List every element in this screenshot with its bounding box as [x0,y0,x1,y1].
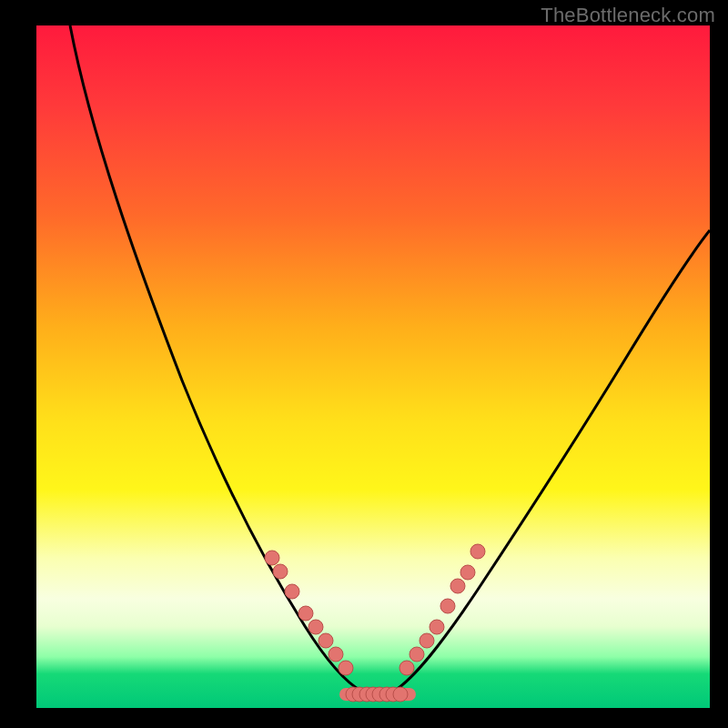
marker-dot [298,606,313,621]
valley-marker-cluster [346,687,408,702]
chart-frame: TheBottleneck.com [0,0,728,728]
marker-dot [440,599,455,613]
curve-svg [36,25,710,708]
right-marker-cluster [399,544,485,675]
marker-dot [460,565,475,580]
plot-area [36,25,710,708]
watermark-text: TheBottleneck.com [541,4,715,27]
marker-dot [450,579,465,593]
marker-dot [410,647,424,662]
marker-dot [339,661,353,675]
marker-dot [273,564,288,579]
marker-dot [393,687,408,702]
marker-dot [318,633,333,648]
marker-dot [420,633,434,648]
marker-dot [285,584,299,599]
marker-dot [308,620,323,634]
marker-dot [470,544,485,559]
left-marker-cluster [265,551,353,675]
marker-dot [430,620,444,634]
left-curve [70,25,362,692]
marker-dot [265,551,279,565]
marker-dot [329,647,343,662]
marker-dot [399,661,414,675]
